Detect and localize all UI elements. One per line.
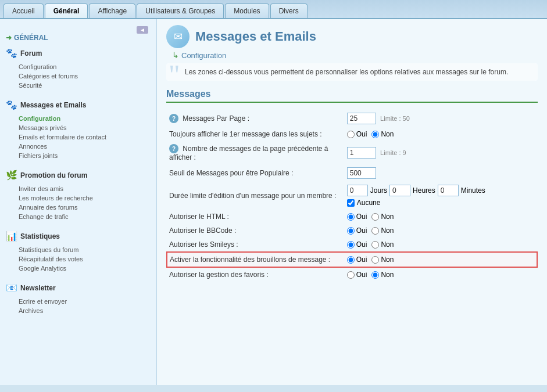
sidebar-forum-header: 🐾 Forum xyxy=(6,46,151,60)
subtitle-text: Configuration xyxy=(181,51,226,60)
messages-icon: 🐾 xyxy=(6,99,17,110)
sidebar-item-annuaire-forums[interactable]: Annuaire des forums xyxy=(6,203,151,212)
sidebar-stats-label: Statistiques xyxy=(20,232,60,240)
promo-icon: 🌿 xyxy=(6,170,17,181)
page-title: Messages et Emails xyxy=(195,29,316,44)
collapse-button[interactable]: ◄ xyxy=(137,26,148,34)
sidebar-item-recapitulatif-votes[interactable]: Récapitulatif des votes xyxy=(6,254,151,264)
label-heures: Heures xyxy=(413,186,435,195)
row-messages-par-page: ? Messages Par Page : Limite : 50 xyxy=(167,110,537,127)
sidebar-item-securite[interactable]: Sécurité xyxy=(6,81,151,90)
sidebar-messages-label: Messages et Emails xyxy=(20,101,86,109)
radio-oui-smileys[interactable]: Oui xyxy=(347,240,367,249)
radio-non-favoris[interactable]: Non xyxy=(371,271,394,279)
input-seuil-messages[interactable] xyxy=(347,167,376,179)
sidebar-item-stats-forum[interactable]: Statistiques du forum xyxy=(6,245,151,254)
radio-non-html[interactable]: Non xyxy=(371,213,394,221)
sidebar-item-archives[interactable]: Archives xyxy=(6,306,151,315)
radio-favoris: Oui Non xyxy=(347,271,535,279)
sidebar-item-google-analytics[interactable]: Google Analytics xyxy=(6,264,151,273)
tab-utilisateurs[interactable]: Utilisateurs & Groupes xyxy=(137,3,224,18)
row-autoriser-bbcode: Autoriser le BBCode : Oui Non xyxy=(167,224,537,238)
checkbox-aucune[interactable] xyxy=(347,199,355,207)
label-autoriser-html: Autoriser le HTML : xyxy=(169,213,229,221)
sidebar-item-config-messages[interactable]: Configuration xyxy=(6,114,151,123)
input-heures[interactable] xyxy=(389,185,410,196)
input-jours[interactable] xyxy=(347,185,368,196)
tab-affichage[interactable]: Affichage xyxy=(89,3,135,18)
radio-non-brouillons-input[interactable] xyxy=(371,256,379,264)
radio-oui-html-input[interactable] xyxy=(347,213,355,221)
sidebar-general-label: GÉNÉRAL xyxy=(14,34,48,42)
sidebar-item-moteurs-recherche[interactable]: Les moteurs de recherche xyxy=(6,193,151,203)
input-messages-par-page[interactable] xyxy=(347,113,376,124)
radio-oui-bbcode-input[interactable] xyxy=(347,227,355,235)
collapse-section: ◄ xyxy=(6,24,151,34)
help-icon-nb-messages[interactable]: ? xyxy=(169,144,178,153)
description-text: Les zones ci-dessous vous permettent de … xyxy=(185,68,531,76)
row-nb-messages-precedente: ? Nombre de messages de la page précéden… xyxy=(167,141,537,164)
radio-oui-bbcode[interactable]: Oui xyxy=(347,226,367,235)
sidebar-promo-header: 🌿 Promotion du forum xyxy=(6,168,151,182)
tab-modules[interactable]: Modules xyxy=(225,3,269,18)
label-minutes: Minutes xyxy=(461,186,485,195)
checkbox-aucune-label[interactable]: Aucune xyxy=(347,199,535,207)
sidebar-item-messages-prives[interactable]: Messages privés xyxy=(6,123,151,132)
radio-oui-brouillons-input[interactable] xyxy=(347,256,355,264)
sidebar-item-annonces[interactable]: Annonces xyxy=(6,142,151,151)
radio-non-smileys-input[interactable] xyxy=(371,241,379,249)
radio-non-bbcode[interactable]: Non xyxy=(371,226,394,235)
sidebar-item-ecrire-envoyer[interactable]: Ecrire et envoyer xyxy=(6,297,151,306)
stats-icon: 📊 xyxy=(6,231,17,242)
sidebar-messages-header: 🐾 Messages et Emails xyxy=(6,98,151,112)
tab-general[interactable]: Général xyxy=(45,3,88,18)
radio-oui-smileys-input[interactable] xyxy=(347,241,355,249)
main-layout: ◄ ➜ GÉNÉRAL 🐾 Forum Configuration Catégo… xyxy=(0,19,547,385)
tab-divers[interactable]: Divers xyxy=(270,3,308,18)
radio-bbcode: Oui Non xyxy=(347,226,535,235)
sidebar-item-configuration-forum[interactable]: Configuration xyxy=(6,62,151,71)
radio-oui-brouillons[interactable]: Oui xyxy=(347,256,367,264)
sidebar-item-inviter-amis[interactable]: Inviter des amis xyxy=(6,184,151,193)
sidebar-item-categories[interactable]: Catégories et forums xyxy=(6,71,151,81)
radio-non-afficher[interactable]: Non xyxy=(371,130,394,138)
input-nb-messages-precedente[interactable] xyxy=(347,147,376,159)
radio-non-afficher-input[interactable] xyxy=(371,131,379,138)
radio-non-smileys[interactable]: Non xyxy=(371,240,394,249)
row-brouillons: Activer la fonctionnalité des brouillons… xyxy=(167,252,537,267)
radio-oui-afficher-input[interactable] xyxy=(347,131,355,138)
radio-oui-afficher[interactable]: Oui xyxy=(347,130,367,138)
sidebar-section-forum: 🐾 Forum Configuration Catégories et foru… xyxy=(6,46,151,90)
sidebar-item-echange-trafic[interactable]: Echange de trafic xyxy=(6,212,151,221)
newsletter-icon: 📧 xyxy=(6,282,17,293)
title-icon: ✉ xyxy=(166,25,190,48)
label-seuil-messages: Seuil de Messages pour être Populaire : xyxy=(169,169,293,177)
help-icon-messages-page[interactable]: ? xyxy=(169,114,178,123)
radio-non-brouillons[interactable]: Non xyxy=(371,256,394,264)
radio-oui-html[interactable]: Oui xyxy=(347,213,367,221)
row-gestion-favoris: Autoriser la gestion des favoris : Oui N… xyxy=(167,267,537,282)
radio-html: Oui Non xyxy=(347,213,535,221)
content-area: ✉ Messages et Emails ↳ Configuration " L… xyxy=(157,19,547,385)
radio-non-html-input[interactable] xyxy=(371,213,379,221)
forum-icon: 🐾 xyxy=(6,48,17,59)
radio-non-favoris-input[interactable] xyxy=(371,271,379,279)
sidebar-promo-label: Promotion du forum xyxy=(20,171,87,179)
row-autoriser-smileys: Autoriser les Smileys : Oui Non xyxy=(167,238,537,252)
top-nav: Accueil Général Affichage Utilisateurs &… xyxy=(0,0,547,19)
row-duree-edition: Durée limite d'édition d'un message pour… xyxy=(167,182,537,210)
sidebar-item-fichiers-joints[interactable]: Fichiers joints xyxy=(6,151,151,160)
label-gestion-favoris: Autoriser la gestion des favoris : xyxy=(169,271,269,279)
input-minutes[interactable] xyxy=(438,185,459,196)
limit-nb-messages: Limite : 9 xyxy=(380,149,406,156)
label-brouillons: Activer la fonctionnalité des brouillons… xyxy=(170,256,330,264)
sidebar-newsletter-label: Newsletter xyxy=(20,284,56,292)
row-afficher-premier-message: Toujours afficher le 1er message dans le… xyxy=(167,127,537,141)
radio-oui-favoris-input[interactable] xyxy=(347,271,355,279)
tab-accueil[interactable]: Accueil xyxy=(3,3,44,18)
radio-non-bbcode-input[interactable] xyxy=(371,227,379,235)
sidebar: ◄ ➜ GÉNÉRAL 🐾 Forum Configuration Catégo… xyxy=(0,19,157,385)
radio-oui-favoris[interactable]: Oui xyxy=(347,271,367,279)
row-seuil-messages: Seuil de Messages pour être Populaire : xyxy=(167,164,537,182)
sidebar-item-emails-contact[interactable]: Emails et formulaire de contact xyxy=(6,132,151,142)
